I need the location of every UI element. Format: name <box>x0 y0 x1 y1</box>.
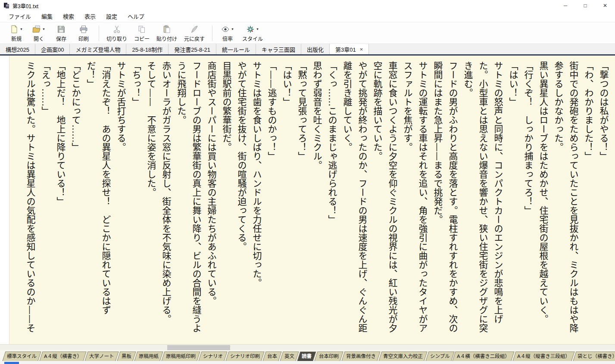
style-tab-genkouyoushi[interactable]: 原稿用紙 <box>134 352 163 361</box>
paragraph: 「どこかにって……」 <box>68 61 83 333</box>
document-text[interactable]: 「撃つのは私がやる！」 「わ、わかりました！」 街中での発砲をためらっていたこと… <box>22 61 611 333</box>
editor-area[interactable]: 「撃つのは私がやる！」 「わ、わかりました！」 街中での発砲をためらっていたこと… <box>0 56 615 344</box>
chevron-down-icon[interactable]: ▼ <box>256 28 259 31</box>
paragraph: フードの男がふわりと高度を落とす。電柱すれすれをかすめ、次の瞬間にはまた急上昇—… <box>430 61 460 333</box>
cut-button[interactable]: 切り取り <box>103 23 131 43</box>
paragraph: 「ちっ！」 <box>128 61 143 333</box>
paragraph: 「消えたぞ！ あの異星人を探せ！ どこかに隠れているはずだ！」 <box>83 61 113 333</box>
paragraph: 「行くぞ！ しっかり捕まってろ！」 <box>520 61 535 333</box>
paragraph: サトミの運転する車はそれを追い、角を強引に曲がったタイヤがアスファルトを焦がす。 <box>400 61 430 333</box>
chevron-down-icon[interactable]: ▼ <box>42 28 45 31</box>
new-document-icon <box>10 25 19 34</box>
style-tab-fukurotoji-yoko[interactable]: 袋とじ（横書き） <box>573 352 615 361</box>
style-tab-eibun[interactable]: 英文 <box>280 352 299 361</box>
paragraph: やがて住宅街を抜け、街の喧騒が迫ってくる。 <box>234 61 249 333</box>
doc-tab-dai3shou01[interactable]: 第3章01 × <box>330 44 369 54</box>
doc-tab-hatchusho-25-8-21[interactable]: 発注書25-8-21 <box>169 44 216 54</box>
style-tab-daigaku-note[interactable]: 大学ノート <box>85 352 119 361</box>
zoom-eye-icon <box>221 25 230 34</box>
scrollbar-thumb[interactable] <box>167 345 230 350</box>
new-button[interactable]: ▼ 新規 <box>5 23 28 43</box>
toolbar: ▼ 新規 ▼ 開く 保存 <box>0 22 615 44</box>
paragraph: やがて挑発が終わったのか、フードの男は速度を上げ、ぐんぐん距離を引き離していく。 <box>339 61 369 333</box>
paragraph: 車窓に食いつくように夕空を仰ぐミクルの視界には、紅い残光が夕空に軌跡を描いていた… <box>369 61 400 333</box>
doc-tab-megamizu-characters[interactable]: メガミズ登場人物 <box>70 44 126 54</box>
horizontal-scrollbar[interactable] <box>0 344 615 350</box>
style-tab-haikei-gazou[interactable]: 背景画像付き <box>341 352 380 361</box>
style-button[interactable]: ▼ スタイル <box>239 23 266 43</box>
save-icon <box>57 25 66 34</box>
document-tab-bar: 構想2025 企画案00 メガミズ登場人物 25-8-18制作 発注書25-8-… <box>0 44 615 56</box>
chevron-down-icon[interactable]: ▼ <box>231 28 234 31</box>
paragraph: 街中での発砲をためらっていたことを見抜かれ、ミクルはもはや降参するしかなかった。 <box>550 61 581 333</box>
style-tab-simple[interactable]: シンプル <box>425 352 454 361</box>
maximize-button[interactable]: □ <box>575 0 595 11</box>
paragraph: そして—— 不意に姿を消した。 <box>143 61 158 333</box>
doc-tab-chara-sanmenzu[interactable]: キャラ三面図 <box>256 44 301 54</box>
paste-button[interactable]: 貼り付け <box>153 23 181 43</box>
style-gear-icon <box>246 25 255 34</box>
paragraph: 黒い異星人はローブをはためかせ、住宅街の屋根を越えていく。 <box>535 61 550 333</box>
doc-tab-25-8-18-seisaku[interactable]: 25-8-18制作 <box>126 44 169 54</box>
menu-help[interactable]: ヘルプ <box>122 11 150 22</box>
style-tab-daihon-print[interactable]: 台本印刷 <box>314 352 343 361</box>
menu-edit[interactable]: 編集 <box>36 11 58 22</box>
paragraph: 「くっ……このままじゃ逃げられる！」 <box>324 61 339 333</box>
window-controls: ─ □ ✕ <box>556 0 615 11</box>
paragraph: 「黙って見張ってろ！」 <box>294 61 309 333</box>
style-tab-standard[interactable]: 標準スタイル <box>2 352 41 361</box>
minimize-button[interactable]: ─ <box>556 0 575 11</box>
doc-tab-kikakuan00[interactable]: 企画案00 <box>35 44 70 54</box>
paragraph: 商店街やスーパーには買い物客の主婦たちがあふれている。 <box>203 61 219 333</box>
close-button[interactable]: ✕ <box>595 0 615 11</box>
save-button[interactable]: 保存 <box>50 23 72 43</box>
style-tab-kokuban[interactable]: 黒板 <box>117 352 136 361</box>
print-icon <box>79 25 88 34</box>
statusbar-fragment <box>4 362 19 364</box>
app-icon <box>3 2 10 9</box>
style-tab-a4tate-sandan[interactable]: A４縦（縦書き三段組） <box>512 352 574 361</box>
style-tab-daihon[interactable]: 台本 <box>262 352 281 361</box>
paragraph: サトミが舌打ちする。 <box>113 61 128 333</box>
copy-icon <box>137 25 146 34</box>
copy-button[interactable]: コピー <box>131 23 153 43</box>
doc-tab-shuppanka[interactable]: 出版化 <box>301 44 330 54</box>
undo-button[interactable]: 元に戻す <box>181 23 208 43</box>
style-tab-genkouyoushi-print[interactable]: 原稿用紙印刷 <box>161 352 200 361</box>
zoom-button[interactable]: ▼ 倍率 <box>216 23 239 43</box>
toolbar-separator <box>99 25 99 41</box>
paste-icon <box>162 25 171 34</box>
menu-search[interactable]: 検索 <box>58 11 79 22</box>
menu-view[interactable]: 表示 <box>79 11 101 22</box>
paragraph: 「撃つのは私がやる！」 <box>596 61 611 333</box>
paragraph: 「地上だ！ 地上に降りている！」 <box>53 61 68 333</box>
close-tab-icon[interactable]: × <box>360 46 363 53</box>
style-tab-scenario-print[interactable]: シナリオ印刷 <box>225 352 264 361</box>
style-tab-aozora-kousei[interactable]: 青空文庫入力校正 <box>378 352 427 361</box>
style-tab-scenario[interactable]: シナリオ <box>198 352 227 361</box>
paragraph: 「はい！」 <box>279 61 294 333</box>
paragraph: 「——逃すものかっ！」 <box>264 61 279 333</box>
print-button[interactable]: 印刷 <box>72 23 95 43</box>
paragraph: 赤いオーラがガラス窓に反射し、街全体を不気味に染め上げる。 <box>158 61 173 333</box>
open-button[interactable]: ▼ 開く <box>28 23 50 43</box>
style-tab-a4yoko-nidan[interactable]: A４横（横書き二段組） <box>453 352 515 361</box>
paragraph: 「はい！」 <box>505 61 520 333</box>
doc-tab-kousou2025[interactable]: 構想2025 <box>0 44 35 54</box>
open-folder-icon <box>32 25 41 34</box>
chevron-down-icon[interactable]: ▼ <box>20 28 23 31</box>
paragraph: サトミは歯を食いしばり、ハンドルを力任せに切った。 <box>249 61 264 333</box>
title-bar: 第3章01.txt ─ □ ✕ <box>0 0 615 11</box>
doc-tab-touitsu-rule[interactable]: 統一ルール <box>216 44 256 54</box>
paragraph: ミクルは驚いた。サトミは異星人の気配を感知しているのか——そ <box>22 61 37 333</box>
style-tab-bar: 標準スタイル A４縦（横書き） 大学ノート 黒板 原稿用紙 原稿用紙印刷 シナリ… <box>0 350 615 361</box>
style-tab-a4tate-yokogaki[interactable]: A４縦（横書き） <box>39 352 86 361</box>
toolbar-separator <box>212 25 212 41</box>
window-title: 第3章01.txt <box>12 2 38 9</box>
paragraph: 「えっ……」 <box>37 61 53 333</box>
menu-settings[interactable]: 設定 <box>101 11 122 22</box>
style-tab-dokusho[interactable]: 読書 <box>297 352 316 361</box>
cut-icon <box>112 25 121 34</box>
doc-tab-label: 第3章01 <box>335 45 356 53</box>
menu-file[interactable]: ファイル <box>3 11 36 22</box>
